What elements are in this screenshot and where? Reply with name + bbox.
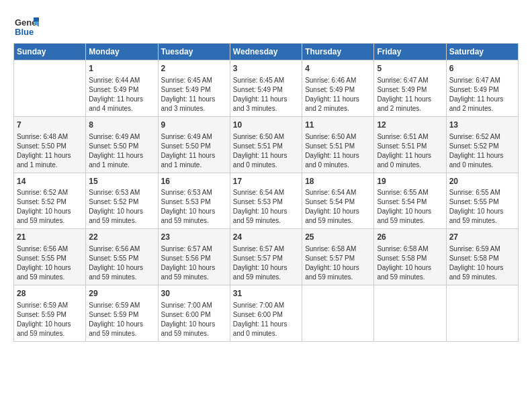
day-number: 16 [161,176,227,187]
cell-line: Daylight: 11 hours [233,95,299,104]
logo: General Blue [13,12,40,36]
cell-line: Daylight: 10 hours [89,263,154,273]
cell-line: Daylight: 11 hours [161,151,227,161]
column-header-wednesday: Wednesday [230,44,302,60]
cell-line: Daylight: 10 hours [377,263,443,273]
calendar-week-3: 21Sunrise: 6:56 AMSunset: 5:55 PMDayligh… [14,229,519,285]
day-number: 27 [449,232,515,243]
day-number: 25 [305,232,371,243]
cell-line: Daylight: 11 hours [233,151,299,161]
calendar-cell [446,285,518,342]
cell-content: 29Sunrise: 6:59 AMSunset: 5:59 PMDayligh… [89,288,154,338]
day-number: 28 [17,288,83,300]
cell-line: Daylight: 11 hours [305,95,371,104]
cell-line: and 59 minutes. [305,216,371,226]
cell-line: Sunset: 5:54 PM [377,197,443,207]
cell-line: and 59 minutes. [377,216,443,226]
cell-line: Sunrise: 6:45 AM [161,76,227,85]
cell-line: Sunrise: 6:45 AM [233,76,299,85]
cell-line: Sunrise: 6:54 AM [233,188,299,197]
cell-content: 20Sunrise: 6:55 AMSunset: 5:55 PMDayligh… [449,176,515,226]
cell-content: 24Sunrise: 6:57 AMSunset: 5:57 PMDayligh… [233,232,299,282]
day-number: 9 [161,120,227,131]
cell-line: Sunrise: 6:47 AM [377,76,443,85]
cell-line: and 4 minutes. [89,104,154,113]
cell-line: and 59 minutes. [17,329,83,338]
day-number: 14 [17,176,83,187]
cell-line: Sunrise: 6:49 AM [89,132,154,142]
cell-line: Sunrise: 6:59 AM [89,301,154,310]
day-number: 20 [449,176,515,187]
calendar-week-2: 14Sunrise: 6:52 AMSunset: 5:52 PMDayligh… [14,173,519,229]
day-number: 6 [449,63,515,75]
day-number: 13 [449,120,515,131]
cell-line: and 0 minutes. [305,161,371,170]
day-number: 5 [377,63,443,75]
cell-line: Sunset: 5:50 PM [17,142,83,151]
calendar-cell: 16Sunrise: 6:53 AMSunset: 5:53 PMDayligh… [158,173,230,229]
logo-icon: General Blue [13,12,38,36]
cell-content: 10Sunrise: 6:50 AMSunset: 5:51 PMDayligh… [233,120,299,170]
calendar-cell: 22Sunrise: 6:56 AMSunset: 5:55 PMDayligh… [86,229,158,285]
cell-line: and 2 minutes. [449,104,515,113]
cell-line: Sunrise: 6:56 AM [17,244,83,254]
cell-line: Sunset: 5:56 PM [161,254,227,263]
calendar-cell: 29Sunrise: 6:59 AMSunset: 5:59 PMDayligh… [86,285,158,342]
cell-line: and 59 minutes. [89,216,154,226]
cell-line: Sunrise: 6:55 AM [449,188,515,197]
calendar-cell: 14Sunrise: 6:52 AMSunset: 5:52 PMDayligh… [14,173,86,229]
cell-line: Sunset: 5:50 PM [89,142,154,151]
cell-line: and 59 minutes. [89,273,154,282]
cell-line: Sunrise: 7:00 AM [233,301,299,310]
cell-line: Daylight: 10 hours [305,263,371,273]
cell-line: Sunset: 6:00 PM [233,310,299,320]
cell-line: Sunset: 5:51 PM [377,142,443,151]
cell-line: Sunset: 5:53 PM [161,197,227,207]
cell-content: 30Sunrise: 7:00 AMSunset: 6:00 PMDayligh… [161,288,227,338]
cell-content: 8Sunrise: 6:49 AMSunset: 5:50 PMDaylight… [89,120,154,170]
cell-line: Daylight: 10 hours [449,207,515,216]
cell-line: Sunset: 5:55 PM [449,197,515,207]
day-number: 29 [89,288,154,300]
day-number: 10 [233,120,299,131]
cell-line: and 59 minutes. [305,273,371,282]
cell-line: Sunrise: 6:53 AM [161,188,227,197]
column-header-saturday: Saturday [446,44,518,60]
day-number: 17 [233,176,299,187]
cell-line: Sunset: 5:49 PM [305,85,371,95]
cell-content: 27Sunrise: 6:59 AMSunset: 5:58 PMDayligh… [449,232,515,282]
calendar-cell [14,60,86,117]
cell-line: Daylight: 11 hours [305,151,371,161]
cell-content: 4Sunrise: 6:46 AMSunset: 5:49 PMDaylight… [305,63,371,113]
cell-line: and 59 minutes. [449,273,515,282]
calendar-cell: 3Sunrise: 6:45 AMSunset: 5:49 PMDaylight… [230,60,302,117]
calendar-cell: 19Sunrise: 6:55 AMSunset: 5:54 PMDayligh… [374,173,446,229]
day-number: 3 [233,63,299,75]
cell-content: 31Sunrise: 7:00 AMSunset: 6:00 PMDayligh… [233,288,299,338]
calendar-cell: 10Sunrise: 6:50 AMSunset: 5:51 PMDayligh… [230,116,302,173]
cell-line: and 0 minutes. [377,161,443,170]
day-number: 26 [377,232,443,243]
cell-content: 25Sunrise: 6:58 AMSunset: 5:57 PMDayligh… [305,232,371,282]
cell-line: Daylight: 10 hours [161,320,227,329]
cell-line: Daylight: 10 hours [17,263,83,273]
cell-line: and 59 minutes. [161,273,227,282]
cell-content: 5Sunrise: 6:47 AMSunset: 5:49 PMDaylight… [377,63,443,113]
cell-line: Daylight: 10 hours [17,320,83,329]
cell-line: Sunset: 5:49 PM [449,85,515,95]
cell-line: Sunset: 5:53 PM [233,197,299,207]
calendar-week-0: 1Sunrise: 6:44 AMSunset: 5:49 PMDaylight… [14,60,519,117]
day-number: 22 [89,232,154,243]
calendar-header-row: SundayMondayTuesdayWednesdayThursdayFrid… [14,44,519,60]
cell-line: and 59 minutes. [17,216,83,226]
calendar-cell: 26Sunrise: 6:58 AMSunset: 5:58 PMDayligh… [374,229,446,285]
day-number: 2 [161,63,227,75]
cell-content: 1Sunrise: 6:44 AMSunset: 5:49 PMDaylight… [89,63,154,113]
calendar-table: SundayMondayTuesdayWednesdayThursdayFrid… [13,43,519,342]
calendar-cell: 23Sunrise: 6:57 AMSunset: 5:56 PMDayligh… [158,229,230,285]
cell-line: Daylight: 10 hours [89,320,154,329]
cell-content: 23Sunrise: 6:57 AMSunset: 5:56 PMDayligh… [161,232,227,282]
cell-line: Sunrise: 6:49 AM [161,132,227,142]
calendar-cell: 11Sunrise: 6:50 AMSunset: 5:51 PMDayligh… [302,116,374,173]
day-number: 18 [305,176,371,187]
